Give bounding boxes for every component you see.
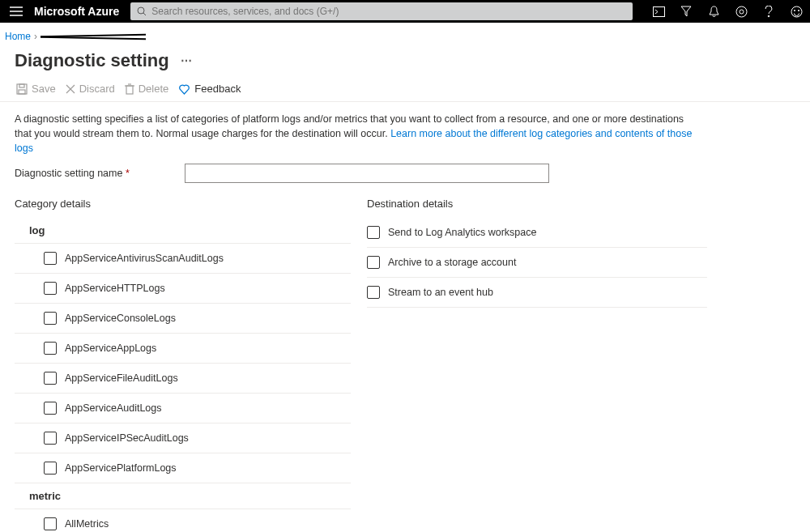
destination-column: Destination details Send to Log Analytic… [367, 198, 707, 532]
delete-label: Delete [139, 83, 169, 95]
destination-option-archive-to-a-storage-account: Archive to a storage account [367, 248, 707, 278]
checkbox[interactable] [44, 282, 57, 295]
checkbox-label: AllMetrics [65, 518, 109, 530]
svg-rect-18 [126, 86, 133, 94]
log-category-appserviceplatformlogs: AppServicePlatformLogs [15, 453, 351, 483]
checkbox[interactable] [44, 462, 57, 475]
discard-button[interactable]: Discard [66, 83, 115, 95]
svg-rect-15 [19, 90, 25, 94]
help-button[interactable] [755, 0, 782, 23]
brand-label: Microsoft Azure [32, 5, 127, 18]
checkbox[interactable] [44, 432, 57, 445]
checkbox-label: Stream to an event hub [388, 287, 493, 298]
svg-point-8 [736, 6, 747, 17]
svg-point-7 [740, 10, 744, 14]
hamburger-icon [10, 6, 23, 16]
log-category-appservicehttplogs: AppServiceHTTPLogs [15, 274, 351, 304]
columns: Category details log AppServiceAntivirus… [0, 183, 810, 532]
cloud-shell-button[interactable] [645, 0, 672, 23]
help-icon [765, 6, 773, 18]
setting-name-row: Diagnostic setting name * [0, 155, 810, 183]
smiley-icon [791, 6, 803, 18]
page-title-row: Diagnostic setting ⋯ [0, 42, 810, 74]
svg-point-3 [138, 7, 144, 14]
save-label: Save [32, 83, 56, 95]
svg-point-12 [798, 10, 799, 11]
trash-icon [125, 83, 134, 95]
checkbox-label: AppServiceAntivirusScanAuditLogs [65, 253, 224, 264]
checkbox-label: AppServiceAuditLogs [65, 402, 162, 414]
checkbox-label: Archive to a storage account [388, 257, 516, 268]
breadcrumb-home[interactable]: Home [5, 31, 31, 42]
category-heading: Category details [15, 198, 351, 218]
filter-icon [680, 6, 692, 17]
svg-point-9 [768, 15, 770, 17]
feedback-button[interactable]: Feedback [178, 83, 241, 95]
checkbox[interactable] [44, 402, 57, 415]
svg-rect-5 [653, 6, 664, 16]
checkbox-label: AppServiceAppLogs [65, 343, 156, 354]
bell-icon [709, 6, 719, 18]
log-category-appserviceauditlogs: AppServiceAuditLogs [15, 394, 351, 423]
checkbox-label: AppServiceConsoleLogs [65, 313, 176, 324]
checkbox[interactable] [44, 517, 57, 530]
settings-button[interactable] [727, 0, 755, 23]
log-category-appserviceapplogs: AppServiceAppLogs [15, 334, 351, 364]
heart-icon [178, 83, 190, 95]
svg-rect-14 [19, 84, 24, 87]
checkbox[interactable] [44, 312, 57, 325]
log-category-appservicefileauditlogs: AppServiceFileAuditLogs [15, 364, 351, 394]
log-category-appserviceconsolelogs: AppServiceConsoleLogs [15, 304, 351, 334]
hamburger-menu[interactable] [0, 0, 32, 23]
checkbox[interactable] [44, 342, 57, 355]
top-icon-group [645, 0, 810, 23]
checkbox-label: AppServiceIPSecAuditLogs [65, 432, 189, 444]
breadcrumb-redacted [40, 32, 146, 41]
log-category-allmetrics: AllMetrics [15, 509, 351, 532]
page-title: Diagnostic setting [15, 50, 169, 71]
checkbox-label: AppServicePlatformLogs [65, 462, 177, 474]
checkbox[interactable] [367, 256, 380, 269]
directory-filter-button[interactable] [672, 0, 700, 23]
checkbox[interactable] [367, 226, 380, 239]
checkbox[interactable] [44, 252, 57, 265]
discard-icon [66, 84, 75, 94]
svg-point-11 [794, 10, 795, 11]
description: A diagnostic setting specifies a list of… [0, 112, 713, 155]
discard-label: Discard [79, 83, 115, 95]
breadcrumb-sep-icon: › [34, 31, 37, 42]
destination-option-stream-to-an-event-hub: Stream to an event hub [367, 278, 707, 308]
checkbox-label: Send to Log Analytics workspace [388, 227, 536, 238]
svg-line-4 [143, 13, 146, 15]
destination-heading: Destination details [367, 198, 707, 218]
category-column: Category details log AppServiceAntivirus… [15, 198, 351, 532]
feedback-face-button[interactable] [782, 0, 810, 23]
svg-marker-6 [681, 6, 691, 16]
gear-icon [735, 6, 748, 18]
search-input[interactable] [151, 6, 626, 17]
checkbox-label: AppServiceHTTPLogs [65, 283, 165, 294]
cloud-shell-icon [653, 6, 665, 17]
checkbox[interactable] [367, 286, 380, 299]
log-category-appserviceipsecauditlogs: AppServiceIPSecAuditLogs [15, 423, 351, 453]
log-group-label: log [15, 218, 351, 244]
checkbox-label: AppServiceFileAuditLogs [65, 372, 178, 384]
topbar: Microsoft Azure [0, 0, 810, 23]
save-button[interactable]: Save [16, 83, 56, 95]
feedback-label: Feedback [194, 83, 241, 95]
save-icon [16, 83, 28, 95]
setting-name-label: Diagnostic setting name * [15, 168, 185, 179]
toolbar: Save Discard Delete Feedback [0, 74, 810, 102]
required-indicator: * [126, 168, 130, 179]
breadcrumb: Home › [0, 23, 810, 42]
delete-button[interactable]: Delete [125, 83, 169, 95]
destination-option-send-to-log-analytics-workspace: Send to Log Analytics workspace [367, 218, 707, 248]
more-actions-button[interactable]: ⋯ [177, 51, 195, 70]
notifications-button[interactable] [700, 0, 727, 23]
metric-group-label: metric [15, 483, 351, 509]
setting-name-label-text: Diagnostic setting name [15, 168, 122, 179]
search-icon [137, 6, 147, 16]
global-search[interactable] [130, 2, 633, 20]
checkbox[interactable] [44, 372, 57, 385]
setting-name-input[interactable] [185, 164, 549, 183]
